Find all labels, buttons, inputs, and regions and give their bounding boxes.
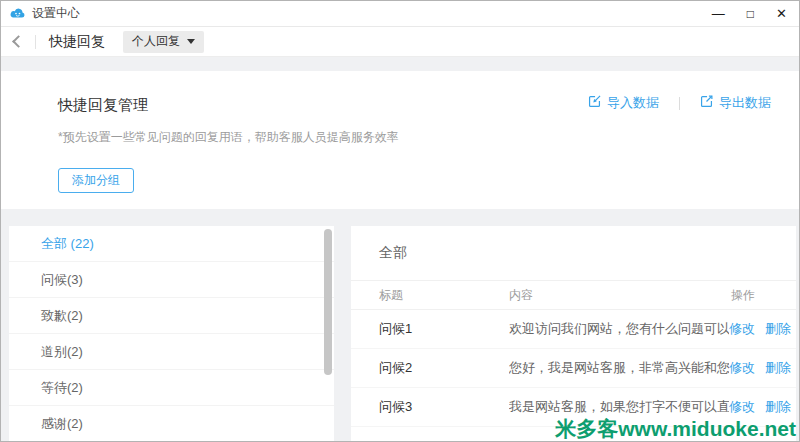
table-row: 问候3 我是网站客服，如果您打字不便可以直接... 修改 删除: [351, 388, 796, 427]
sidebar-group-item[interactable]: 感谢(2): [9, 406, 334, 441]
close-icon[interactable]: ✕: [776, 7, 787, 20]
back-icon[interactable]: [12, 35, 25, 48]
export-data-link[interactable]: 导出数据: [700, 94, 771, 112]
export-icon: [700, 95, 713, 111]
separator-band-top: [1, 57, 799, 71]
column-header-actions: 操作: [729, 287, 796, 304]
title-bar: 设置中心 — □ ✕: [1, 1, 799, 27]
group-sidebar: 全部 (22) 问候(3) 致歉(2) 道别(2) 等待(2): [9, 226, 334, 441]
cloud-app-icon: [9, 7, 26, 20]
delete-link[interactable]: 删除: [765, 398, 791, 416]
column-header-title: 标题: [379, 287, 509, 304]
sidebar-group-item[interactable]: 问候(3): [9, 262, 334, 298]
sidebar-group-label: 问候(3): [41, 271, 83, 289]
maximize-icon[interactable]: □: [747, 8, 754, 20]
minimize-icon[interactable]: —: [712, 7, 725, 20]
export-data-label: 导出数据: [719, 94, 771, 112]
sidebar-group-item[interactable]: 致歉(2): [9, 298, 334, 334]
manage-title: 快捷回复管理: [58, 96, 148, 115]
sidebar-group-item[interactable]: 道别(2): [9, 334, 334, 370]
row-content: 您好，我是网站客服，非常高兴能和您联...: [509, 359, 729, 377]
row-title: 问候3: [379, 398, 509, 416]
sidebar-group-item[interactable]: 全部 (22): [9, 226, 334, 262]
reply-table-panel: 全部 标题 内容 操作 问候1 欢迎访问我们网站，您有什么问题可以直... 修改…: [351, 226, 796, 441]
sidebar-group-label: 感谢(2): [41, 415, 83, 433]
import-icon: [588, 95, 601, 111]
row-actions: 修改 删除: [729, 359, 796, 377]
delete-link[interactable]: 删除: [765, 359, 791, 377]
nav-bar: 快捷回复 个人回复: [1, 27, 799, 57]
sidebar-group-item[interactable]: 等待(2): [9, 370, 334, 406]
row-content: 欢迎访问我们网站，您有什么问题可以直...: [509, 320, 729, 338]
reply-type-dropdown[interactable]: 个人回复: [123, 31, 204, 53]
import-data-label: 导入数据: [607, 94, 659, 112]
page-title: 快捷回复: [49, 33, 105, 51]
table-header-row: 标题 内容 操作: [351, 281, 796, 310]
row-title: 问候1: [379, 320, 509, 338]
chevron-down-icon: [187, 39, 195, 44]
modify-link[interactable]: 修改: [729, 320, 755, 338]
import-data-link[interactable]: 导入数据: [588, 94, 659, 112]
manage-subtitle: *预先设置一些常见问题的回复用语，帮助客服人员提高服务效率: [58, 129, 399, 146]
row-title: 问候2: [379, 359, 509, 377]
table-row: 问候1 欢迎访问我们网站，您有什么问题可以直... 修改 删除: [351, 310, 796, 349]
table-heading: 全部: [351, 226, 796, 281]
quick-reply-manage-card: 快捷回复管理 *预先设置一些常见问题的回复用语，帮助客服人员提高服务效率 添加分…: [1, 71, 799, 209]
modify-link[interactable]: 修改: [729, 359, 755, 377]
modify-link[interactable]: 修改: [729, 398, 755, 416]
sidebar-group-label: 等待(2): [41, 379, 83, 397]
settings-window: 设置中心 — □ ✕ 快捷回复 个人回复 快捷回复管理 *预先设置一些常见问题的…: [0, 0, 800, 442]
table-row: 问候2 您好，我是网站客服，非常高兴能和您联... 修改 删除: [351, 349, 796, 388]
window-controls: — □ ✕: [712, 7, 787, 20]
row-actions: 修改 删除: [729, 398, 796, 416]
table-body: 问候1 欢迎访问我们网站，您有什么问题可以直... 修改 删除 问候2 您好，我…: [351, 310, 796, 427]
delete-link[interactable]: 删除: [765, 320, 791, 338]
sidebar-group-label: 致歉(2): [41, 307, 83, 325]
row-content: 我是网站客服，如果您打字不便可以直接...: [509, 398, 729, 416]
sidebar-scrollbar[interactable]: [324, 229, 332, 375]
sidebar-group-label: 全部 (22): [41, 235, 94, 253]
reply-type-dropdown-label: 个人回复: [132, 33, 180, 50]
window-title: 设置中心: [32, 5, 80, 22]
add-group-button[interactable]: 添加分组: [58, 168, 134, 193]
data-links: 导入数据 导出数据: [588, 94, 771, 112]
nav-divider: [35, 35, 36, 49]
column-header-content: 内容: [509, 287, 729, 304]
sidebar-group-label: 道别(2): [41, 343, 83, 361]
group-list: 全部 (22) 问候(3) 致歉(2) 道别(2) 等待(2): [9, 226, 334, 441]
links-divider: [679, 97, 680, 110]
row-actions: 修改 删除: [729, 320, 796, 338]
